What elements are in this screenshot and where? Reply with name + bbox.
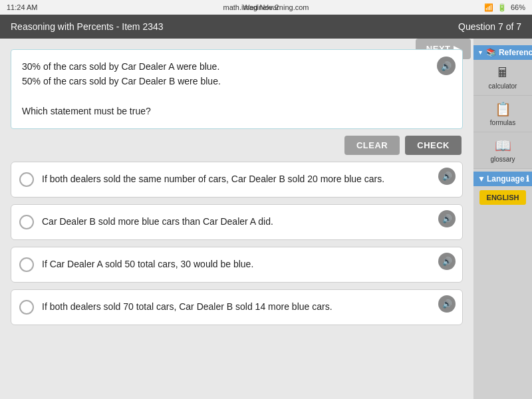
status-bar: 11:24 AM Wed Nov 2 math.imaginelearning.… xyxy=(0,0,532,15)
status-time: 11:24 AM xyxy=(7,3,37,11)
status-right: 📶 🔋 66% xyxy=(484,3,525,12)
formulas-label: formulas xyxy=(490,119,515,126)
calculator-tool[interactable]: 🖩 calculator xyxy=(473,60,532,96)
action-row: CLEAR CHECK xyxy=(11,136,463,155)
radio-a[interactable] xyxy=(19,172,34,187)
question-audio-button[interactable]: 🔊 xyxy=(437,57,456,75)
choice-text-d: If both dealers sold 70 total cars, Car … xyxy=(42,291,356,323)
choice-card-b: Car Dealer B sold more blue cars than Ca… xyxy=(11,204,463,240)
battery-percent: 66% xyxy=(511,3,525,11)
calculator-icon: 🖩 xyxy=(496,65,509,80)
reference-label: Reference xyxy=(499,48,532,57)
glossary-tool[interactable]: 📖 glossary xyxy=(473,132,532,169)
question-line3: Which statement must be true? xyxy=(22,104,436,118)
choice-card-c: If Car Dealer A sold 50 total cars, 30 w… xyxy=(11,247,463,283)
choice-text-b: Car Dealer B sold more blue cars than Ca… xyxy=(42,206,297,238)
choice-text-a: If both dealers sold the same number of … xyxy=(42,164,408,196)
glossary-icon: 📖 xyxy=(495,138,511,154)
page-title: Reasoning with Percents - Item 2343 xyxy=(11,21,164,32)
question-progress: Question 7 of 7 xyxy=(458,21,521,32)
choice-card-a: If both dealers sold the same number of … xyxy=(11,162,463,198)
reference-triangle-icon: ▼ xyxy=(477,49,483,56)
glossary-label: glossary xyxy=(490,156,515,163)
reference-header[interactable]: ▼ 📚 Reference xyxy=(473,45,532,60)
choice-d-audio-button[interactable]: 🔊 xyxy=(438,295,456,313)
calculator-label: calculator xyxy=(489,82,517,90)
radio-c[interactable] xyxy=(19,257,34,272)
battery-icon: 🔋 xyxy=(497,3,507,12)
sidebar: ▼ 📚 Reference 🖩 calculator 📋 formulas 📖 … xyxy=(473,39,532,399)
main-content: 30% of the cars sold by Car Dealer A wer… xyxy=(0,39,532,399)
header-bar: Reasoning with Percents - Item 2343 Ques… xyxy=(0,15,532,39)
check-button[interactable]: CHECK xyxy=(405,136,462,155)
radio-d[interactable] xyxy=(19,300,34,315)
clear-button[interactable]: CLEAR xyxy=(344,136,400,155)
language-triangle-icon: ▼ xyxy=(477,174,485,184)
question-line2: 50% of the cars sold by Car Dealer B wer… xyxy=(22,74,436,88)
choice-c-audio-button[interactable]: 🔊 xyxy=(438,253,456,270)
choice-text-c: If Car Dealer A sold 50 total cars, 30 w… xyxy=(42,249,277,281)
content-area: 30% of the cars sold by Car Dealer A wer… xyxy=(0,39,473,399)
status-url: math.imaginelearning.com xyxy=(223,3,309,11)
reference-icon: 📚 xyxy=(486,48,496,57)
question-box: 30% of the cars sold by Car Dealer A wer… xyxy=(11,49,463,129)
radio-b[interactable] xyxy=(19,215,34,229)
question-line1: 30% of the cars sold by Car Dealer A wer… xyxy=(22,59,436,74)
reference-section: ▼ 📚 Reference 🖩 calculator 📋 formulas 📖 … xyxy=(473,45,532,169)
choice-a-audio-button[interactable]: 🔊 xyxy=(438,168,456,185)
language-section: ▼ Language ℹ ENGLISH xyxy=(473,172,532,209)
language-info-icon: ℹ xyxy=(526,174,529,184)
wifi-icon: 📶 xyxy=(484,3,493,12)
english-button[interactable]: ENGLISH xyxy=(479,190,526,205)
formulas-tool[interactable]: 📋 formulas xyxy=(473,96,532,132)
choice-b-audio-button[interactable]: 🔊 xyxy=(438,210,456,227)
language-header[interactable]: ▼ Language ℹ xyxy=(473,172,532,186)
language-label: Language xyxy=(487,174,525,184)
formulas-icon: 📋 xyxy=(495,101,511,117)
choice-card-d: If both dealers sold 70 total cars, Car … xyxy=(11,289,463,325)
